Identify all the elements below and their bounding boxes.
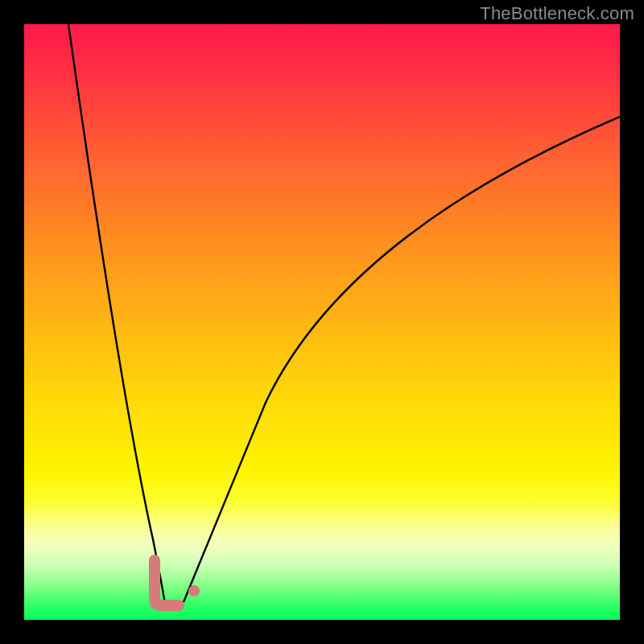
chart-frame bbox=[24, 24, 620, 620]
curve-overlay bbox=[24, 24, 620, 620]
watermark-text: TheBottleneck.com bbox=[480, 3, 634, 24]
curve-left bbox=[68, 24, 165, 604]
curve-right bbox=[184, 117, 620, 602]
l-shape-marker-icon bbox=[155, 560, 179, 605]
marker-dot bbox=[188, 585, 200, 597]
